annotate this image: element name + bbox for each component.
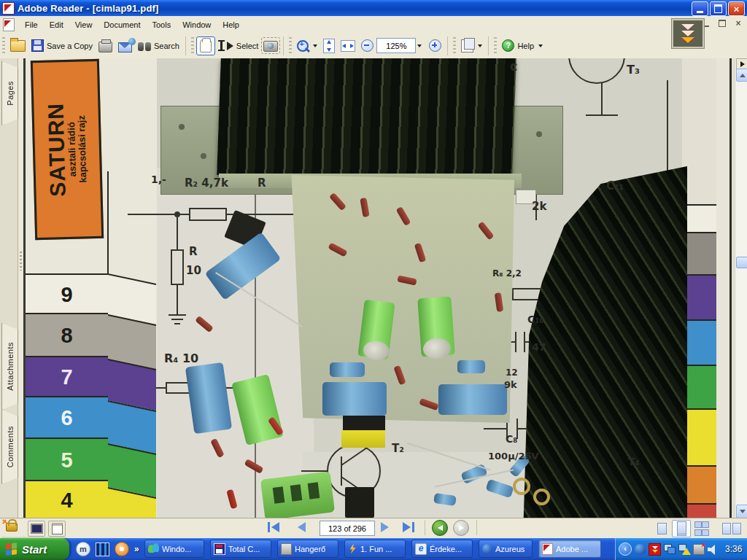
fit-page-button[interactable] bbox=[320, 36, 338, 55]
task-adobe-reader-active[interactable]: Adobe ... bbox=[538, 540, 601, 558]
scrollbar-option-button[interactable] bbox=[736, 58, 747, 69]
start-label: Start bbox=[22, 543, 47, 556]
tab-comments[interactable]: Comments bbox=[1, 410, 18, 484]
task-internet-explorer[interactable]: e Érdeke... bbox=[411, 540, 473, 558]
menu-help[interactable]: Help bbox=[217, 18, 245, 31]
doc-restore-button[interactable] bbox=[716, 18, 728, 28]
page-display-button[interactable] bbox=[458, 37, 485, 55]
schematic-label: 9k bbox=[504, 379, 517, 390]
tray-download-icon[interactable] bbox=[649, 543, 661, 556]
quick-launch-orange-icon[interactable] bbox=[115, 542, 129, 556]
menu-document[interactable]: Document bbox=[98, 18, 146, 31]
tab-attachments-label: Attachments bbox=[6, 342, 15, 391]
chevron-down-icon bbox=[652, 550, 658, 553]
doc-close-button[interactable]: × bbox=[732, 18, 744, 28]
scrollbar-thumb[interactable] bbox=[736, 257, 747, 268]
select-tool-button[interactable]: Select bbox=[215, 38, 262, 53]
window-controls: × bbox=[692, 1, 745, 16]
tab-attachments[interactable]: Attachments bbox=[1, 323, 18, 410]
scroll-down-button[interactable] bbox=[736, 505, 747, 518]
tray-volume-icon[interactable] bbox=[708, 545, 718, 554]
email-button[interactable] bbox=[115, 37, 135, 55]
menu-edit[interactable]: Edit bbox=[44, 18, 69, 31]
snapshot-tool-button[interactable] bbox=[261, 37, 280, 54]
scroll-up-button[interactable] bbox=[736, 69, 747, 82]
previous-page-button[interactable] bbox=[298, 522, 306, 532]
right-scale-band bbox=[682, 465, 716, 505]
tray-collapse-chevron[interactable]: ‹ bbox=[619, 542, 632, 556]
schematic-label: C₁₀ bbox=[527, 314, 544, 325]
zoom-level-input[interactable] bbox=[376, 38, 416, 53]
logo-green bbox=[12, 542, 17, 548]
search-button[interactable]: Search bbox=[135, 38, 182, 53]
window-icon bbox=[52, 523, 63, 534]
toolbar-separator bbox=[185, 36, 186, 55]
toolbar-grip[interactable] bbox=[494, 37, 497, 55]
save-a-copy-button[interactable]: Save a Copy bbox=[28, 37, 96, 54]
washer bbox=[513, 478, 530, 495]
schematic-label: T₂ bbox=[392, 442, 404, 455]
menu-view[interactable]: View bbox=[69, 18, 98, 31]
continuous-layout-button[interactable] bbox=[672, 520, 691, 537]
menu-tools[interactable]: Tools bbox=[147, 18, 177, 31]
toolbar-separator bbox=[488, 36, 489, 55]
vertical-scrollbar[interactable] bbox=[735, 58, 747, 518]
zoom-in-button[interactable] bbox=[426, 37, 444, 54]
status-bar bbox=[0, 518, 747, 539]
task-azureus[interactable]: Azureus bbox=[479, 540, 533, 558]
menu-window[interactable]: Window bbox=[177, 18, 217, 31]
toolbar-grip[interactable] bbox=[2, 37, 5, 55]
status-window-button[interactable] bbox=[48, 521, 66, 537]
task-total-commander[interactable]: Total C... bbox=[210, 540, 271, 558]
toolbar-grip[interactable] bbox=[191, 37, 194, 55]
previous-view-button[interactable] bbox=[432, 520, 448, 536]
restore-button[interactable] bbox=[710, 1, 727, 16]
tray-network-icon[interactable] bbox=[664, 544, 676, 554]
task-windows-messenger[interactable]: Windo... bbox=[144, 540, 204, 558]
speaker-cone bbox=[709, 545, 715, 555]
single-page-layout-button[interactable] bbox=[654, 521, 669, 535]
start-button[interactable]: Start bbox=[0, 538, 69, 560]
help-button[interactable]: ? Help bbox=[499, 37, 546, 54]
next-page-button[interactable] bbox=[381, 522, 389, 532]
schematic-label: C₁₁ bbox=[606, 179, 624, 192]
open-button[interactable] bbox=[7, 38, 28, 54]
splitter-grip[interactable] bbox=[20, 252, 22, 271]
menu-file[interactable]: File bbox=[19, 18, 44, 31]
page-number-input[interactable] bbox=[320, 521, 375, 536]
zoom-tool-button[interactable] bbox=[294, 38, 320, 54]
zoom-out-button[interactable] bbox=[358, 37, 376, 54]
open-folder-icon bbox=[10, 40, 26, 52]
system-tray: ‹ × 3:36 bbox=[615, 538, 747, 560]
tray-device-disabled-icon[interactable]: × bbox=[693, 544, 705, 555]
tray-network-warning-icon[interactable] bbox=[678, 544, 690, 554]
warning-triangle bbox=[682, 548, 691, 555]
hand-tool-button[interactable] bbox=[196, 36, 215, 55]
tab-pages[interactable]: Pages bbox=[1, 61, 18, 125]
hand-icon bbox=[200, 39, 212, 52]
search-label: Search bbox=[154, 42, 179, 50]
spine-title: SATURN bbox=[45, 103, 68, 197]
print-button[interactable] bbox=[96, 37, 115, 55]
next-view-button[interactable] bbox=[453, 520, 469, 536]
task-volume[interactable]: Hangerő bbox=[277, 540, 338, 558]
quick-launch: m » bbox=[76, 542, 139, 556]
quick-launch-window-icon[interactable] bbox=[96, 542, 109, 556]
tray-azureus-icon[interactable] bbox=[635, 544, 646, 554]
close-button[interactable]: × bbox=[728, 1, 745, 16]
facing-layout-button[interactable] bbox=[722, 521, 741, 535]
minimize-button[interactable] bbox=[692, 1, 708, 16]
task-winamp[interactable]: 1. Fun ... bbox=[344, 540, 406, 558]
first-page-button[interactable] bbox=[268, 522, 279, 532]
fit-width-button[interactable] bbox=[338, 38, 358, 54]
download-chevron-button[interactable] bbox=[672, 19, 704, 48]
toolbar-grip[interactable] bbox=[453, 37, 456, 55]
color-scale-band-4: 4 bbox=[26, 480, 108, 518]
fullscreen-view-button[interactable] bbox=[28, 521, 45, 537]
last-page-button[interactable] bbox=[403, 522, 414, 532]
zoom-dropdown-caret-icon[interactable] bbox=[417, 44, 422, 47]
toolbar-grip[interactable] bbox=[289, 37, 292, 55]
continuous-facing-layout-button[interactable] bbox=[693, 521, 709, 535]
quick-launch-maxthon-icon[interactable]: m bbox=[76, 542, 90, 556]
quick-launch-overflow-chevron[interactable]: » bbox=[134, 544, 139, 554]
